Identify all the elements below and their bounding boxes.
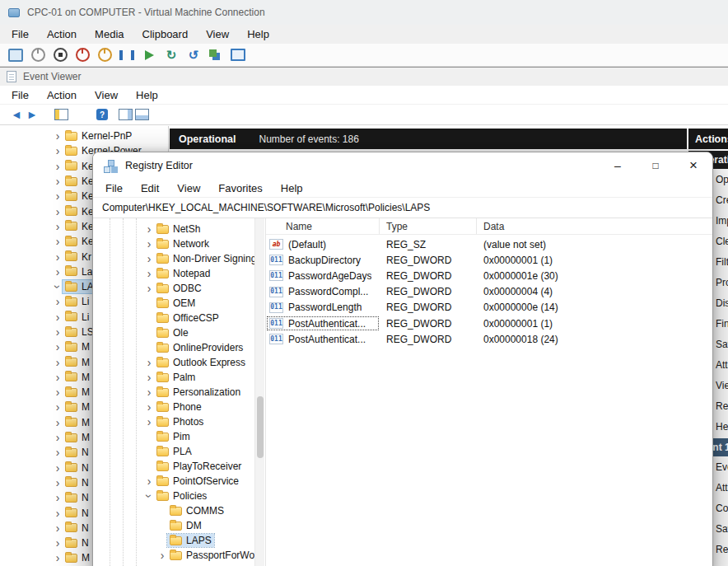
chevron-right-icon[interactable] bbox=[144, 222, 154, 236]
chevron-right-icon[interactable] bbox=[53, 461, 63, 475]
chevron-right-icon[interactable] bbox=[53, 129, 63, 143]
back-icon[interactable] bbox=[8, 106, 25, 123]
tree-item-body[interactable]: N bbox=[63, 522, 91, 535]
menu-item[interactable]: View bbox=[168, 182, 209, 194]
reg-tree-item[interactable]: Palm bbox=[93, 370, 254, 385]
chevron-right-icon[interactable] bbox=[53, 325, 63, 339]
menu-item[interactable]: Edit bbox=[132, 182, 168, 194]
forward-icon[interactable] bbox=[25, 106, 41, 123]
reg-tree-item[interactable]: PlayToReceiver bbox=[93, 459, 254, 474]
tree-item-body[interactable]: N bbox=[63, 507, 91, 520]
reg-tree-item[interactable]: Pim bbox=[93, 429, 254, 444]
reg-tree-item[interactable]: Network bbox=[93, 236, 254, 251]
chevron-right-icon[interactable] bbox=[142, 491, 156, 501]
chevron-right-icon[interactable] bbox=[53, 219, 63, 234]
reg-tree-item[interactable]: Ole bbox=[93, 325, 254, 340]
chevron-right-icon[interactable] bbox=[144, 355, 154, 370]
tree-item-body[interactable]: M bbox=[63, 431, 92, 444]
tree-item-body[interactable]: DM bbox=[167, 519, 204, 532]
menu-item[interactable]: Help bbox=[272, 182, 312, 194]
chevron-right-icon[interactable] bbox=[53, 294, 63, 309]
chevron-right-icon[interactable] bbox=[53, 415, 63, 430]
reg-tree-item[interactable]: NetSh bbox=[93, 222, 254, 236]
tree-item-body[interactable]: M bbox=[63, 416, 92, 429]
registry-value-row[interactable]: BackupDirectory REG_DWORD 0x00000001 (1) bbox=[266, 252, 712, 268]
reg-tree-item[interactable]: Non-Driver Signing bbox=[93, 251, 254, 266]
start-icon[interactable] bbox=[30, 48, 45, 63]
reg-tree-scrollbar[interactable] bbox=[254, 218, 264, 566]
registry-value-row[interactable]: PostAuthenticat... REG_DWORD 0x00000018 … bbox=[266, 331, 712, 347]
tree-item-body[interactable]: LS bbox=[63, 325, 96, 339]
tree-item-body[interactable]: Palm bbox=[154, 371, 198, 384]
reg-tree-item[interactable]: Policies bbox=[93, 489, 254, 503]
reg-tree-item[interactable]: OEM bbox=[93, 296, 254, 311]
menu-item[interactable]: Help bbox=[238, 28, 278, 40]
tree-item-body[interactable]: M bbox=[63, 551, 92, 564]
chevron-right-icon[interactable] bbox=[144, 236, 154, 251]
column-header[interactable]: Name bbox=[266, 218, 380, 234]
tree-item-body[interactable]: Photos bbox=[154, 415, 206, 428]
chevron-right-icon[interactable] bbox=[53, 385, 63, 400]
chevron-right-icon[interactable] bbox=[53, 490, 63, 505]
menu-item[interactable]: Media bbox=[86, 28, 133, 40]
menu-item[interactable]: Action bbox=[38, 89, 86, 101]
chevron-right-icon[interactable] bbox=[53, 521, 63, 536]
chevron-right-icon[interactable] bbox=[53, 234, 63, 249]
tree-item-body[interactable]: La bbox=[63, 265, 95, 278]
chevron-right-icon[interactable] bbox=[53, 550, 63, 565]
chevron-right-icon[interactable] bbox=[53, 264, 63, 279]
tree-item-body[interactable]: Personalization bbox=[154, 386, 243, 399]
reg-titlebar[interactable]: Registry Editor bbox=[93, 152, 712, 179]
tree-item-body[interactable]: OnlineProviders bbox=[154, 341, 245, 354]
tree-item-body[interactable]: Li bbox=[63, 295, 91, 308]
reg-tree-item[interactable]: PointOfService bbox=[93, 474, 254, 489]
reg-tree-item[interactable]: OfficeCSP bbox=[93, 311, 254, 325]
chevron-right-icon[interactable] bbox=[53, 174, 63, 189]
column-header[interactable]: Type bbox=[380, 218, 477, 234]
tree-item-body[interactable]: N bbox=[63, 461, 91, 475]
tree-item-body[interactable]: Ke bbox=[63, 235, 96, 248]
menu-item[interactable]: View bbox=[86, 89, 127, 101]
tree-item-body[interactable]: Notepad bbox=[154, 267, 212, 280]
reg-tree-item[interactable]: COMMS bbox=[93, 503, 254, 518]
chevron-right-icon[interactable] bbox=[53, 250, 63, 264]
show-console-tree-icon[interactable] bbox=[53, 106, 69, 123]
reg-tree-item[interactable]: ODBC bbox=[93, 281, 254, 296]
chevron-right-icon[interactable] bbox=[144, 400, 154, 414]
tree-item-body[interactable]: M bbox=[63, 371, 92, 384]
tree-item-body[interactable]: PointOfService bbox=[154, 475, 241, 488]
tree-item-body[interactable]: NetSh bbox=[154, 222, 203, 236]
revert-checkpoint-icon[interactable] bbox=[186, 48, 201, 63]
registry-value-row[interactable]: PostAuthenticat... REG_DWORD 0x00000001 … bbox=[266, 316, 712, 331]
tree-item-body[interactable]: Li bbox=[63, 311, 91, 324]
chevron-right-icon[interactable] bbox=[53, 430, 63, 445]
chevron-right-icon[interactable] bbox=[53, 159, 63, 174]
tree-item-body[interactable]: N bbox=[63, 476, 91, 489]
reg-tree-item[interactable]: Outlook Express bbox=[93, 355, 254, 370]
column-header[interactable]: Data bbox=[477, 218, 712, 234]
tree-item-body[interactable]: OfficeCSP bbox=[154, 311, 222, 325]
tree-item-body[interactable]: PLA bbox=[154, 445, 194, 458]
chevron-right-icon[interactable] bbox=[50, 282, 65, 292]
tree-item-body[interactable]: Pim bbox=[154, 430, 193, 443]
value-name-cell[interactable]: PostAuthenticat... bbox=[266, 316, 380, 331]
chevron-right-icon[interactable] bbox=[53, 400, 63, 414]
chevron-right-icon[interactable] bbox=[53, 536, 63, 550]
value-name-cell[interactable]: PasswordLength bbox=[266, 300, 380, 316]
registry-value-row[interactable]: PasswordLength REG_DWORD 0x0000000e (14) bbox=[266, 300, 712, 316]
chevron-right-icon[interactable] bbox=[53, 506, 63, 521]
reg-tree-item[interactable]: Notepad bbox=[93, 266, 254, 281]
menu-item[interactable]: View bbox=[197, 28, 238, 40]
chevron-right-icon[interactable] bbox=[53, 475, 63, 490]
tree-item-body[interactable]: N bbox=[63, 491, 91, 504]
reg-tree-item[interactable]: PassportForWork bbox=[93, 548, 254, 563]
reg-tree-item[interactable]: Phone bbox=[93, 400, 254, 414]
value-name-cell[interactable]: BackupDirectory bbox=[266, 252, 380, 268]
tree-item-body[interactable]: PassportForWork bbox=[167, 549, 254, 562]
chevron-right-icon[interactable] bbox=[157, 548, 167, 563]
reset-icon[interactable] bbox=[164, 48, 179, 63]
show-preview-pane-icon[interactable] bbox=[133, 106, 150, 123]
tree-item-body[interactable]: M bbox=[63, 400, 92, 414]
tree-item-body[interactable]: LAPS bbox=[167, 534, 214, 547]
menu-item[interactable]: Clipboard bbox=[133, 28, 198, 40]
